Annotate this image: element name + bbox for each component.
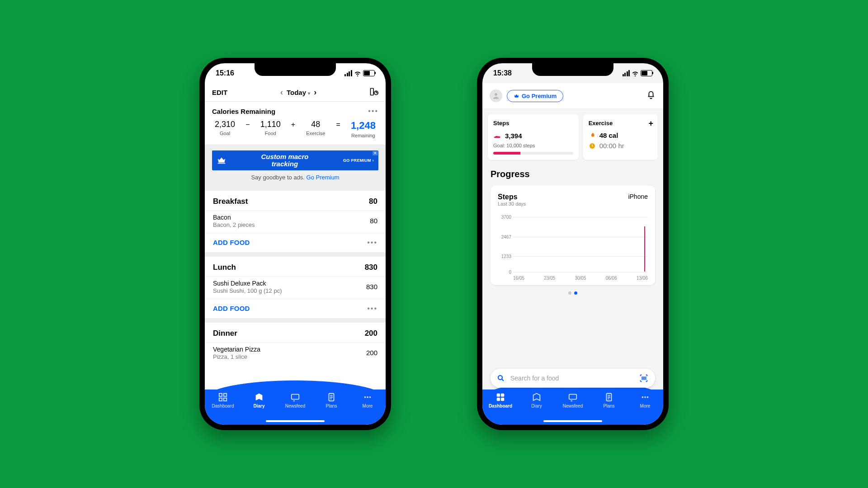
svg-rect-2	[219, 394, 222, 396]
add-food-button[interactable]: ADD FOOD	[213, 239, 250, 246]
notifications-button[interactable]	[646, 90, 656, 102]
svg-point-22	[647, 396, 649, 398]
steps-card[interactable]: Steps 3,394 Goal: 10,000 steps	[488, 114, 579, 160]
bell-icon	[646, 90, 656, 100]
add-exercise-button[interactable]: +	[648, 119, 653, 128]
flame-icon	[589, 132, 596, 139]
tab-plans[interactable]: Plans	[595, 392, 623, 408]
battery-icon	[641, 70, 652, 76]
go-premium-button[interactable]: Go Premium	[507, 90, 563, 102]
signal-icon	[623, 70, 630, 76]
progress-title: Progress	[482, 165, 663, 181]
meal-lunch: Lunch830 Sushi Deluxe PackSushi Sushi, 1…	[205, 252, 386, 318]
food-search[interactable]	[491, 369, 655, 388]
phone-diary: 15:16 EDIT ‹ Today ▾ ›	[199, 58, 391, 430]
calories-title: Calories Remaining	[212, 108, 275, 115]
svg-rect-0	[371, 88, 374, 95]
svg-rect-4	[219, 398, 222, 401]
steps-goal: Goal: 10,000 steps	[493, 141, 573, 148]
svg-point-8	[364, 396, 366, 398]
next-day-button[interactable]: ›	[314, 88, 316, 97]
svg-point-10	[369, 396, 371, 398]
shoe-icon	[493, 131, 501, 140]
svg-rect-16	[497, 398, 500, 401]
exercise-cal: 48 cal	[599, 131, 618, 139]
remaining-value: 1,248	[351, 120, 376, 131]
exercise-value: 48	[311, 120, 320, 129]
meal-breakfast: Breakfast80 BaconBacon, 2 pieces 80 ADD …	[205, 186, 386, 252]
svg-point-20	[642, 396, 644, 398]
add-food-button[interactable]: ADD FOOD	[213, 305, 250, 312]
clock-icon	[589, 142, 596, 150]
calories-more-button[interactable]: •••	[368, 107, 378, 115]
meal-more-button[interactable]: •••	[367, 305, 377, 313]
svg-point-11	[495, 93, 497, 96]
food-item[interactable]: BaconBacon, 2 pieces 80	[205, 211, 386, 233]
status-time: 15:16	[216, 69, 234, 77]
edit-button[interactable]: EDIT	[212, 89, 227, 96]
search-icon	[497, 374, 505, 382]
avatar[interactable]	[490, 89, 502, 102]
signal-icon	[344, 70, 352, 76]
svg-rect-14	[497, 394, 500, 397]
goal-value: 2,310	[215, 120, 235, 129]
svg-point-13	[498, 375, 502, 380]
steps-progress	[493, 152, 573, 155]
svg-rect-5	[224, 398, 226, 401]
date-picker[interactable]: Today ▾	[287, 89, 310, 96]
food-item[interactable]: Sushi Deluxe PackSushi Sushi, 100 g (12 …	[205, 277, 386, 299]
meal-dinner: Dinner200 Vegetarian PizzaPizza, 1 slice…	[205, 318, 386, 365]
svg-point-9	[367, 396, 368, 398]
tab-plans[interactable]: Plans	[318, 392, 345, 408]
steps-value: 3,394	[505, 132, 522, 140]
tab-more[interactable]: More	[354, 392, 381, 408]
svg-rect-17	[501, 398, 504, 401]
status-time: 15:38	[493, 69, 512, 77]
barcode-icon[interactable]	[639, 373, 649, 383]
svg-rect-15	[501, 394, 504, 397]
premium-banner[interactable]: ✕ Custom macrotracking GO PREMIUM ›	[212, 150, 378, 170]
ad-close-icon[interactable]: ✕	[373, 151, 378, 155]
svg-rect-6	[292, 394, 299, 399]
battery-icon	[363, 70, 375, 76]
go-premium-link[interactable]: Go Premium	[307, 174, 340, 181]
wifi-icon	[632, 70, 639, 76]
wifi-icon	[354, 70, 361, 76]
meal-more-button[interactable]: •••	[367, 239, 377, 247]
steps-chart: 3700 2467 1233 0 16/0523/0530/0506/0613/…	[498, 213, 648, 281]
svg-rect-3	[224, 394, 226, 396]
tab-diary[interactable]: Diary	[523, 392, 550, 408]
phone-dashboard: 15:38 Go Premium	[477, 58, 669, 430]
chart-device: iPhone	[628, 193, 648, 200]
tab-newsfeed[interactable]: Newsfeed	[282, 392, 309, 408]
diary-topbar: EDIT ‹ Today ▾ ›	[205, 83, 386, 102]
svg-point-21	[644, 396, 646, 398]
chart-bar	[644, 226, 645, 272]
nutrition-icon[interactable]	[369, 87, 378, 98]
food-value: 1,110	[260, 120, 281, 129]
tab-newsfeed[interactable]: Newsfeed	[559, 392, 586, 408]
dashboard-header: Go Premium	[482, 83, 663, 109]
exercise-card[interactable]: + Exercise 48 cal 00:00 hr	[583, 114, 658, 160]
exercise-time: 00:00 hr	[599, 142, 624, 150]
crown-icon	[217, 155, 226, 165]
svg-rect-18	[569, 394, 577, 399]
food-item[interactable]: Vegetarian PizzaPizza, 1 slice 200	[205, 343, 386, 365]
tab-dashboard[interactable]: Dashboard	[209, 392, 236, 408]
tab-bar: Dashboard Diary Newsfeed Plans More	[482, 389, 663, 425]
tab-dashboard[interactable]: Dashboard	[487, 392, 514, 408]
chart-pager[interactable]	[482, 287, 663, 299]
calories-formula: 2,310Goal − 1,110Food + 48Exercise = 1,2…	[205, 118, 386, 145]
ad-caption: Say goodbye to ads. Go Premium	[212, 170, 378, 181]
tab-more[interactable]: More	[632, 392, 659, 408]
steps-chart-card[interactable]: StepsLast 30 days iPhone 3700 2467 1233 …	[491, 186, 655, 285]
tab-bar: Dashboard Diary Newsfeed Plans More	[205, 389, 386, 425]
tab-diary[interactable]: Diary	[245, 392, 273, 408]
prev-day-button[interactable]: ‹	[280, 88, 283, 97]
crown-icon	[514, 93, 519, 99]
search-input[interactable]	[509, 374, 634, 382]
